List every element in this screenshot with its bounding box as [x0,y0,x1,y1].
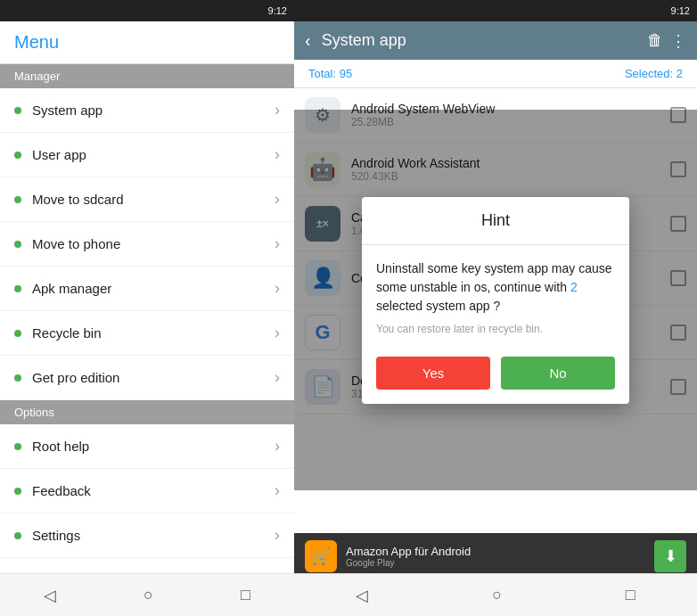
label-get-pro: Get pro edition [32,370,275,385]
menu-item-apk-manager[interactable]: Apk manager › [0,267,294,311]
label-root-help: Root help [32,439,275,454]
bullet-move-to-phone [14,241,21,248]
dialog-sub-text: You can restore later in recycle bin. [376,323,615,335]
label-feedback: Feedback [32,483,275,498]
selected-label: Selected: [625,67,673,80]
dialog-buttons: Yes No [362,349,629,404]
chevron-apk-manager: › [275,279,280,298]
toolbar-icons: 🗑 ⋮ [647,31,686,51]
label-move-to-sdcard: Move to sdcard [32,192,275,207]
more-icon[interactable]: ⋮ [670,31,686,51]
chevron-get-pro: › [275,368,280,387]
left-nav-home[interactable]: ○ [136,579,160,612]
menu-item-move-to-sdcard[interactable]: Move to sdcard › [0,177,294,222]
left-nav-bar: ◁ ○ □ [0,573,294,616]
chevron-move-to-sdcard: › [275,190,280,209]
right-nav-bar: ◁ ○ □ [294,573,697,616]
menu-item-settings[interactable]: Settings › [0,513,294,558]
dialog-title: Hint [362,197,629,245]
chevron-user-app: › [275,145,280,164]
right-toolbar: ‹ System app 🗑 ⋮ [294,21,697,60]
left-toolbar: Menu [0,21,294,64]
selected-value: 2 [676,67,683,80]
menu-item-feedback[interactable]: Feedback › [0,469,294,513]
menu-item-root-help[interactable]: Root help › [0,424,294,469]
dialog-highlight: 2 [570,280,578,294]
label-move-to-phone: Move to phone [32,236,275,251]
total-count: Total: 95 [308,67,352,80]
bullet-root-help [14,443,21,450]
bullet-get-pro [14,374,21,382]
total-label: Total: [308,67,336,80]
chevron-move-to-phone: › [275,234,280,253]
selected-count: Selected: 2 [625,67,683,80]
right-status-time: 9:12 [671,5,690,16]
dialog-body: Uninstall some key system app may cause … [362,245,629,349]
menu-item-get-pro[interactable]: Get pro edition › [0,356,294,400]
dialog-main-text: Uninstall some key system app may cause … [376,259,615,316]
chevron-system-app: › [275,101,280,119]
left-nav-recent[interactable]: □ [234,579,258,612]
menu-item-move-to-phone[interactable]: Move to phone › [0,222,294,267]
bullet-settings [14,532,21,539]
hint-dialog: Hint Uninstall some key system app may c… [362,197,629,404]
label-system-app: System app [32,103,275,118]
right-status-bar: 9:12 [294,0,697,21]
delete-icon[interactable]: 🗑 [647,31,663,50]
right-nav-recent[interactable]: □ [619,579,643,612]
app-list: ⚙ Android System WebView 25.28MB 🤖 Andro… [294,88,697,533]
chevron-feedback: › [275,481,280,500]
bullet-recycle-bin [14,330,21,337]
total-value: 95 [340,67,352,80]
label-apk-manager: Apk manager [32,281,275,296]
no-button[interactable]: No [501,357,615,390]
bullet-apk-manager [14,285,21,292]
ad-subtitle: Google Play [346,558,645,568]
dialog-text-suffix: selected system app ? [376,299,500,313]
bullet-move-to-sdcard [14,196,21,203]
ad-download-button[interactable]: ⬇ [654,540,686,572]
section-options: Options [0,400,294,424]
stats-bar: Total: 95 Selected: 2 [294,60,697,88]
back-icon[interactable]: ‹ [305,30,311,51]
menu-item-recycle-bin[interactable]: Recycle bin › [0,311,294,356]
left-menu-title: Menu [14,32,59,52]
left-status-right: 9:12 [268,5,287,16]
chevron-root-help: › [275,437,280,456]
chevron-settings: › [275,526,280,545]
dialog-overlay: Hint Uninstall some key system app may c… [294,110,697,490]
yes-button[interactable]: Yes [376,357,490,390]
bullet-feedback [14,488,21,495]
left-panel: 9:12 Menu Manager System app › User app … [0,0,294,616]
label-recycle-bin: Recycle bin [32,325,275,341]
ad-icon: 🛒 [305,540,337,572]
bullet-user-app [14,152,21,159]
right-nav-back[interactable]: ◁ [348,579,375,612]
right-nav-home[interactable]: ○ [485,579,509,612]
ad-title: Amazon App für Android [346,545,645,558]
label-settings: Settings [32,528,275,543]
left-status-bar: 9:12 [0,0,294,21]
ad-info: Amazon App für Android Google Play [346,545,645,568]
menu-item-system-app[interactable]: System app › [0,88,294,133]
label-user-app: User app [32,147,275,162]
right-panel-title: System app [322,31,640,50]
menu-item-user-app[interactable]: User app › [0,133,294,177]
left-nav-back[interactable]: ◁ [37,579,63,612]
chevron-recycle-bin: › [275,324,280,342]
bullet-system-app [14,107,21,114]
right-panel: 9:12 ‹ System app 🗑 ⋮ Total: 95 Selected… [294,0,697,616]
section-manager: Manager [0,64,294,88]
